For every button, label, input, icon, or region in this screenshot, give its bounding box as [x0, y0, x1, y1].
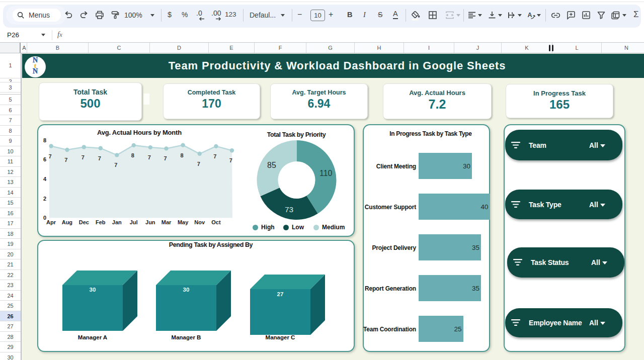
svg-text:8: 8: [131, 152, 134, 158]
svg-text:Apr: Apr: [46, 219, 56, 225]
svg-text:Feb: Feb: [96, 219, 106, 225]
svg-text:Dec: Dec: [79, 219, 89, 225]
svg-text:A: A: [528, 12, 532, 19]
svg-text:7: 7: [197, 161, 200, 167]
svg-text:Jun: Jun: [145, 219, 155, 225]
svg-text:7: 7: [114, 162, 117, 168]
svg-text:8: 8: [181, 152, 184, 158]
svg-text:Jan: Jan: [112, 219, 122, 225]
svg-text:Aug: Aug: [62, 219, 72, 225]
svg-text:2: 2: [43, 196, 46, 202]
svg-text:7: 7: [49, 153, 52, 159]
svg-text:7: 7: [98, 155, 101, 161]
svg-text:7: 7: [82, 154, 85, 160]
svg-text:7: 7: [213, 153, 216, 159]
svg-text:Jul: Jul: [130, 219, 138, 225]
svg-text:Mar: Mar: [162, 219, 172, 225]
svg-text:7: 7: [148, 154, 151, 160]
svg-text:May: May: [178, 219, 189, 225]
svg-text:6: 6: [43, 156, 46, 162]
svg-text:8: 8: [43, 137, 46, 143]
svg-text:7: 7: [229, 157, 232, 163]
svg-text:Nov: Nov: [194, 219, 205, 225]
svg-text:7: 7: [64, 157, 67, 163]
svg-text:Oct: Oct: [211, 219, 221, 225]
svg-text:4: 4: [43, 176, 47, 182]
svg-text:0: 0: [43, 215, 46, 221]
svg-text:7: 7: [164, 155, 167, 161]
